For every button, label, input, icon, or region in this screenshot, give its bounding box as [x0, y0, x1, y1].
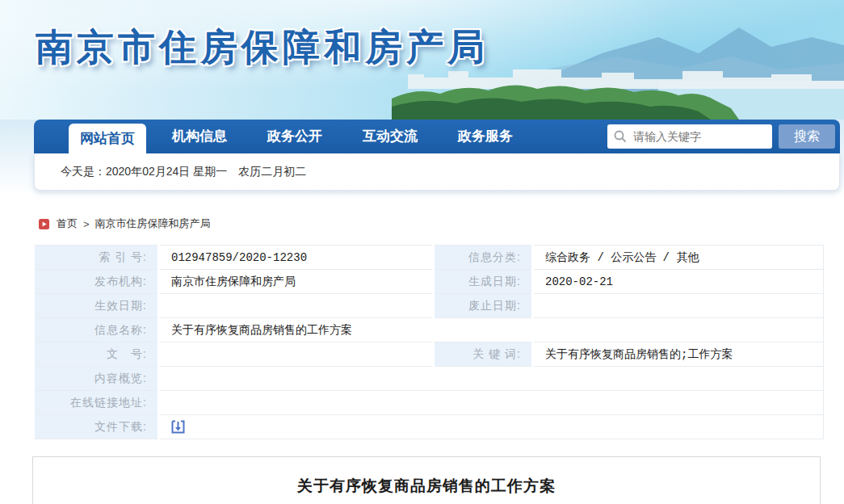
search-input[interactable] [607, 124, 772, 149]
generate-date-label: 生成日期: [434, 270, 533, 294]
info-category-value: 综合政务 / 公示公告 / 其他 [533, 246, 824, 270]
date-bar: 今天是：2020年02月24日 星期一 农历二月初二 [34, 153, 840, 191]
table-row: 索 引 号: 012947859/2020-12230 信息分类: 综合政务 /… [34, 246, 824, 270]
content-overview-label: 内容概览: [34, 367, 159, 391]
tab-org-info[interactable]: 机构信息 [167, 120, 232, 153]
keywords-value: 关于有序恢复商品房销售的;工作方案 [533, 342, 824, 367]
site-banner: 南京市住房保障和房产局 [0, 0, 844, 120]
doc-number-value [159, 342, 434, 367]
table-row: 文件下载: [34, 415, 824, 439]
keywords-label: 关 键 词: [434, 342, 533, 367]
document-meta-table: 索 引 号: 012947859/2020-12230 信息分类: 综合政务 /… [32, 245, 824, 439]
effective-date-label: 生效日期: [34, 294, 159, 318]
info-name-label: 信息名称: [34, 318, 159, 342]
publisher-label: 发布机构: [34, 270, 159, 294]
table-row: 信息名称: 关于有序恢复商品房销售的工作方案 [34, 318, 824, 342]
breadcrumb-home-link[interactable]: 首页 [57, 216, 78, 231]
tab-gov-disclosure[interactable]: 政务公开 [262, 120, 327, 153]
effective-date-value [159, 294, 434, 318]
tab-interaction[interactable]: 互动交流 [358, 120, 422, 153]
publisher-value: 南京市住房保障和房产局 [159, 270, 434, 294]
online-link-label: 在线链接地址: [34, 391, 159, 415]
table-row: 生效日期: 废止日期: [34, 294, 824, 318]
date-text: 今天是：2020年02月24日 星期一 农历二月初二 [61, 165, 306, 179]
breadcrumb-separator: > [83, 218, 90, 230]
article-title: 关于有序恢复商品房销售的工作方案 [33, 476, 820, 497]
breadcrumb: 首页 > 南京市住房保障和房产局 [39, 216, 211, 231]
table-row: 发布机构: 南京市住房保障和房产局 生成日期: 2020-02-21 [34, 270, 824, 294]
search-icon [614, 130, 627, 143]
abolish-date-label: 废止日期: [434, 294, 533, 318]
main-navbar: 网站首页 机构信息 政务公开 互动交流 政务服务 搜索 [34, 120, 840, 153]
search-box [607, 124, 772, 149]
table-row: 在线链接地址: [34, 391, 824, 415]
online-link-value [159, 391, 824, 415]
generate-date-value: 2020-02-21 [533, 270, 824, 294]
search-button[interactable]: 搜索 [779, 124, 835, 149]
tab-home[interactable]: 网站首页 [69, 124, 146, 153]
tab-gov-services[interactable]: 政务服务 [453, 120, 518, 153]
download-icon[interactable] [171, 420, 185, 434]
abolish-date-value [533, 294, 824, 318]
breadcrumb-current: 南京市住房保障和房产局 [95, 216, 211, 231]
doc-number-label: 文 号: [34, 342, 159, 367]
nav-container: 网站首页 机构信息 政务公开 互动交流 政务服务 搜索 今天是：2020年02月… [34, 120, 840, 191]
breadcrumb-marker-icon [39, 219, 49, 229]
page: 南京市住房保障和房产局 网站首页 机构信息 政务公开 互动交流 政务服务 搜索 … [0, 0, 844, 504]
content-overview-value [159, 367, 824, 391]
file-download-label: 文件下载: [34, 415, 159, 439]
index-number-value: 012947859/2020-12230 [159, 246, 434, 270]
site-title: 南京市住房保障和房产局 [36, 23, 489, 73]
info-category-label: 信息分类: [434, 246, 533, 270]
index-number-label: 索 引 号: [34, 246, 159, 270]
table-row: 文 号: 关 键 词: 关于有序恢复商品房销售的;工作方案 [34, 342, 824, 367]
table-row: 内容概览: [34, 367, 824, 391]
info-name-value: 关于有序恢复商品房销售的工作方案 [159, 318, 824, 342]
article-panel: 关于有序恢复商品房销售的工作方案 [32, 456, 821, 504]
